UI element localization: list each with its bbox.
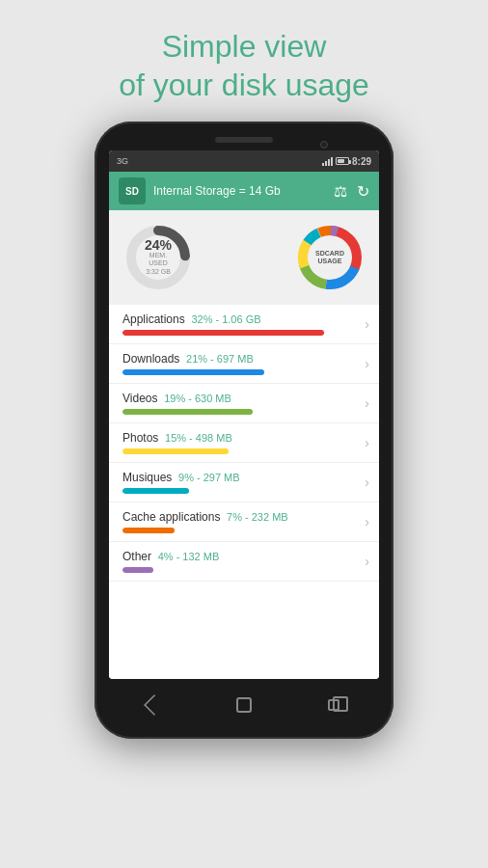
item-stats: 32% - 1.06 GB: [191, 313, 260, 325]
item-content: Videos 19% - 630 MB: [122, 392, 359, 415]
network-label: 3G: [117, 156, 128, 166]
screen: 3G 8:29 SD Internal Storage = 14 Gb: [109, 150, 379, 679]
status-icons: 8:29: [322, 156, 371, 167]
sd-label: SDCARD USAGE: [315, 250, 344, 266]
item-content: Musiques 9% - 297 MB: [122, 471, 359, 494]
progress-bar-bg: [122, 488, 359, 494]
item-stats: 15% - 498 MB: [165, 432, 232, 444]
progress-bar-bg: [122, 448, 359, 454]
chevron-right-icon: ›: [365, 435, 369, 450]
item-name: Photos: [122, 431, 158, 445]
signal-icon: [322, 157, 333, 166]
cart-icon[interactable]: ⚖: [334, 182, 347, 201]
app-header: SD Internal Storage = 14 Gb ⚖ ↻: [109, 172, 379, 210]
chevron-right-icon: ›: [365, 475, 369, 490]
storage-item[interactable]: Musiques 9% - 297 MB ›: [109, 463, 379, 502]
item-label: Cache applications 7% - 232 MB: [122, 510, 359, 524]
status-bar: 3G 8:29: [109, 150, 379, 172]
nav-recent-button[interactable]: [323, 694, 344, 716]
storage-item[interactable]: Photos 15% - 498 MB ›: [109, 423, 379, 463]
progress-bar-fill: [122, 448, 229, 454]
stats-area: 24% MEM. USED 3:32 GB: [109, 210, 379, 305]
header-icons: ⚖ ↻: [334, 182, 369, 201]
nav-back-button[interactable]: [144, 694, 165, 716]
mem-label: 24% MEM. USED 3:32 GB: [141, 238, 176, 276]
item-label: Other 4% - 132 MB: [122, 550, 359, 563]
chevron-right-icon: ›: [365, 316, 369, 332]
storage-list: Applications 32% - 1.06 GB › Downloads 2…: [109, 305, 379, 679]
item-content: Photos 15% - 498 MB: [122, 431, 359, 454]
item-stats: 4% - 132 MB: [158, 551, 220, 562]
storage-item[interactable]: Videos 19% - 630 MB ›: [109, 384, 379, 423]
item-label: Videos 19% - 630 MB: [122, 392, 359, 405]
mem-percent: 24%: [141, 238, 176, 252]
status-bar-left: 3G: [117, 156, 318, 166]
progress-bar-bg: [122, 369, 359, 375]
nav-home-button[interactable]: [233, 694, 255, 716]
mem-donut: 24% MEM. USED 3:32 GB: [122, 222, 194, 293]
sd-label1: SDCARD: [315, 250, 344, 258]
progress-bar-fill: [122, 528, 175, 533]
progress-bar-fill: [122, 409, 253, 415]
mem-size: 3:32 GB: [141, 268, 176, 276]
chevron-right-icon: ›: [365, 554, 369, 569]
item-label: Applications 32% - 1.06 GB: [122, 312, 359, 326]
header-title: Internal Storage = 14 Gb: [153, 184, 326, 198]
battery-icon: [336, 157, 349, 165]
storage-item[interactable]: Other 4% - 132 MB ›: [109, 542, 379, 582]
phone-shell: 3G 8:29 SD Internal Storage = 14 Gb: [95, 122, 393, 739]
progress-bar-fill: [122, 567, 153, 573]
progress-bar-bg: [122, 567, 359, 573]
chevron-right-icon: ›: [365, 395, 369, 411]
item-content: Cache applications 7% - 232 MB: [122, 510, 359, 533]
item-name: Cache applications: [122, 510, 220, 524]
item-name: Applications: [122, 312, 185, 326]
item-name: Downloads: [122, 352, 179, 366]
chevron-right-icon: ›: [365, 356, 369, 371]
progress-bar-bg: [122, 528, 359, 533]
item-content: Downloads 21% - 697 MB: [122, 352, 359, 375]
phone-speaker: [215, 137, 273, 143]
progress-bar-bg: [122, 330, 359, 336]
item-content: Applications 32% - 1.06 GB: [122, 312, 359, 336]
item-stats: 19% - 630 MB: [164, 393, 231, 404]
phone-buttons: [109, 685, 379, 725]
storage-item[interactable]: Applications 32% - 1.06 GB ›: [109, 305, 379, 344]
item-name: Musiques: [122, 471, 172, 484]
sd-label2: USAGE: [315, 258, 344, 265]
item-stats: 7% - 232 MB: [227, 511, 288, 523]
storage-item[interactable]: Downloads 21% - 697 MB ›: [109, 344, 379, 384]
item-stats: 9% - 297 MB: [178, 472, 240, 483]
progress-bar-fill: [122, 488, 189, 494]
tagline: Simple view of your disk usage: [119, 27, 369, 104]
item-content: Other 4% - 132 MB: [122, 550, 359, 573]
progress-bar-fill: [122, 369, 264, 375]
sd-donut: SDCARD USAGE: [294, 222, 366, 293]
phone-camera: [320, 141, 328, 149]
item-label: Downloads 21% - 697 MB: [122, 352, 359, 366]
progress-bar-bg: [122, 409, 359, 415]
item-stats: 21% - 697 MB: [186, 353, 254, 365]
progress-bar-fill: [122, 330, 324, 336]
sd-badge: SD: [119, 177, 146, 204]
chevron-right-icon: ›: [365, 514, 369, 529]
item-name: Videos: [122, 392, 157, 405]
storage-item[interactable]: Cache applications 7% - 232 MB ›: [109, 502, 379, 542]
item-label: Musiques 9% - 297 MB: [122, 471, 359, 484]
clock: 8:29: [352, 156, 371, 167]
refresh-icon[interactable]: ↻: [357, 182, 369, 201]
item-name: Other: [122, 550, 151, 563]
mem-used-label: MEM. USED: [141, 252, 176, 268]
item-label: Photos 15% - 498 MB: [122, 431, 359, 445]
